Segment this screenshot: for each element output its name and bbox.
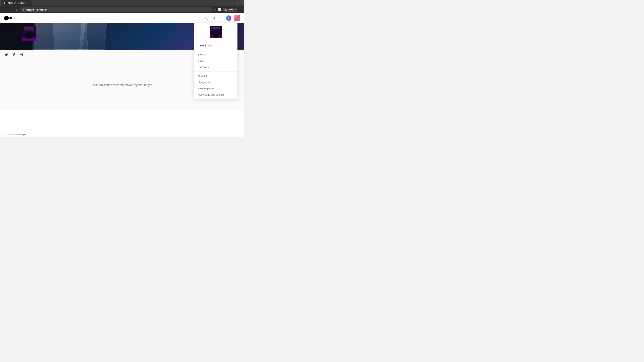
notification-icon[interactable] xyxy=(219,16,224,20)
empty-state-message: This publication does not have any stori… xyxy=(91,83,153,87)
browser-window: Moodjoy – Medium × + — ❐ × ← → ↻ 🔒 mediu… xyxy=(0,0,244,137)
logo-circles xyxy=(4,16,18,20)
address-text: medium.com/moodjoy xyxy=(26,8,47,11)
active-tab[interactable]: Moodjoy – Medium × xyxy=(2,0,32,6)
svg-rect-5 xyxy=(20,53,23,56)
incognito-label: Incognito xyxy=(228,8,236,11)
svg-point-3 xyxy=(205,17,207,19)
user-avatar[interactable]: U xyxy=(226,15,232,21)
svg-rect-2 xyxy=(6,3,7,3)
extension-icon[interactable]: ⬜ xyxy=(218,8,221,11)
refresh-btn[interactable]: ↻ xyxy=(14,7,19,12)
window-close-btn[interactable]: × xyxy=(242,2,243,4)
medium-logo[interactable] xyxy=(4,16,18,20)
svg-point-1 xyxy=(6,3,6,3)
tab-bar: Moodjoy – Medium × + — ❐ × xyxy=(0,0,244,6)
browser-actions: ☆ ⬜ 🕵 Incognito ⋮ xyxy=(214,8,242,12)
incognito-hat-icon: 🕵 xyxy=(224,8,227,11)
incognito-btn[interactable]: 🕵 Incognito xyxy=(222,8,238,12)
window-controls: — ❐ × xyxy=(233,2,243,4)
logo-big-dot xyxy=(4,16,9,20)
address-bar[interactable]: 🔒 medium.com/moodjoy xyxy=(20,7,213,12)
hero-thumbnail-left xyxy=(22,26,36,41)
tab-favicon xyxy=(4,2,7,4)
page-content: U P xyxy=(0,13,244,132)
tab-close-btn[interactable]: × xyxy=(29,2,30,4)
dropdown-header xyxy=(194,23,238,41)
dropdown-section-write: Write a story xyxy=(194,41,238,50)
status-bar: https://medium.com/moodjoy xyxy=(0,132,244,137)
followers-item[interactable]: Followers xyxy=(194,64,238,70)
forward-btn[interactable]: → xyxy=(8,7,13,12)
instagram-icon[interactable] xyxy=(19,52,24,57)
minimize-btn[interactable]: — xyxy=(233,2,235,4)
twitter-icon[interactable] xyxy=(4,52,9,57)
search-icon[interactable] xyxy=(204,16,209,20)
address-bar-row: ← → ↻ 🔒 medium.com/moodjoy ☆ ⬜ 🕵 Incogni… xyxy=(0,6,244,13)
dropdown-section-manage: Newsletter Navigation Feature pages Home… xyxy=(194,71,238,99)
logo-small-dot xyxy=(10,17,12,19)
svg-line-4 xyxy=(207,18,208,19)
logo-dash xyxy=(13,17,18,18)
write-story-item[interactable]: Write a story xyxy=(194,42,238,49)
dropdown-section-content: Stories Stats Followers xyxy=(194,50,238,71)
new-tab-btn[interactable]: + xyxy=(33,1,38,5)
newsletter-item[interactable]: Newsletter xyxy=(194,73,238,79)
more-menu-btn[interactable]: ⋮ xyxy=(239,8,242,11)
back-btn[interactable]: ← xyxy=(2,7,7,12)
publication-avatar[interactable]: P xyxy=(234,15,240,21)
header-right: U P xyxy=(204,15,240,21)
dropdown-avatar-image xyxy=(210,26,222,38)
bookmark-action-icon[interactable]: ☆ xyxy=(214,8,216,11)
svg-point-0 xyxy=(4,2,6,4)
bookmark-icon[interactable] xyxy=(211,16,216,20)
facebook-icon[interactable] xyxy=(12,52,16,57)
tab-title: Moodjoy – Medium xyxy=(8,2,25,4)
status-url: https://medium.com/moodjoy xyxy=(2,134,26,136)
user-dropdown-menu: Write a story Stories Stats Followers Ne… xyxy=(194,23,238,99)
navigation-item[interactable]: Navigation xyxy=(194,79,238,85)
dropdown-avatar[interactable] xyxy=(210,26,222,38)
homepage-settings-item[interactable]: Homepage and settings xyxy=(194,91,238,98)
medium-header: U P xyxy=(0,13,244,23)
stories-item[interactable]: Stories xyxy=(194,51,238,58)
stats-item[interactable]: Stats xyxy=(194,58,238,64)
restore-btn[interactable]: ❐ xyxy=(237,2,240,4)
feature-pages-item[interactable]: Feature pages xyxy=(194,85,238,91)
